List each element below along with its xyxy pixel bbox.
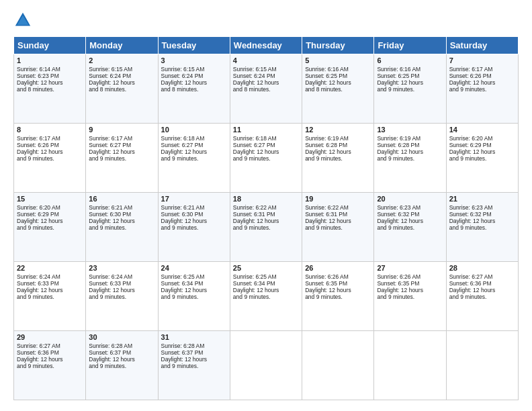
day-number: 30 [89,333,154,341]
calendar-cell: 11Sunrise: 6:18 AMSunset: 6:27 PMDayligh… [230,124,302,193]
calendar-cell: 31Sunrise: 6:28 AMSunset: 6:37 PMDayligh… [158,331,230,400]
day-number: 25 [233,264,299,272]
day-number: 27 [377,264,443,272]
cell-line: and 9 minutes. [377,224,443,231]
cell-line: Daylight: 12 hours [17,148,83,155]
week-row-4: 22Sunrise: 6:24 AMSunset: 6:33 PMDayligh… [14,262,519,331]
cell-line: Sunset: 6:29 PM [449,142,515,148]
cell-line: Sunset: 6:27 PM [161,142,227,148]
cell-line: and 9 minutes. [449,224,515,231]
cell-line: Sunrise: 6:20 AM [449,135,515,142]
calendar-cell: 5Sunrise: 6:16 AMSunset: 6:25 PMDaylight… [302,54,374,124]
cell-line: Sunrise: 6:27 AM [449,273,515,280]
cell-line: Daylight: 12 hours [17,287,83,293]
cell-line: Sunrise: 6:17 AM [17,135,83,142]
calendar-cell: 24Sunrise: 6:25 AMSunset: 6:34 PMDayligh… [158,262,230,331]
cell-line: and 9 minutes. [17,363,83,369]
calendar-cell [374,331,446,400]
day-number: 31 [161,333,227,341]
cell-line: Sunset: 6:28 PM [305,142,371,148]
cell-line: and 9 minutes. [161,155,227,162]
cell-line: and 8 minutes. [17,86,83,93]
cell-line: Daylight: 12 hours [161,79,227,86]
cell-line: Sunrise: 6:22 AM [305,204,371,211]
cell-line: Sunset: 6:24 PM [233,73,299,79]
cell-line: Daylight: 12 hours [377,287,443,293]
day-number: 2 [89,56,154,64]
cell-line: Sunrise: 6:25 AM [233,273,299,280]
cell-line: Sunset: 6:31 PM [305,211,371,218]
cell-line: Sunset: 6:23 PM [17,73,83,79]
cell-line: Daylight: 12 hours [377,148,443,155]
cell-line: Sunset: 6:24 PM [161,73,227,79]
cell-line: Sunrise: 6:16 AM [305,66,371,73]
calendar-cell: 28Sunrise: 6:27 AMSunset: 6:36 PMDayligh… [446,262,518,331]
cell-line: Sunrise: 6:18 AM [161,135,227,142]
day-number: 10 [161,126,227,134]
calendar-cell: 14Sunrise: 6:20 AMSunset: 6:29 PMDayligh… [446,124,518,193]
cell-line: and 9 minutes. [89,293,154,300]
cell-line: and 8 minutes. [89,86,154,93]
calendar-cell: 12Sunrise: 6:19 AMSunset: 6:28 PMDayligh… [302,124,374,193]
calendar-cell: 2Sunrise: 6:15 AMSunset: 6:24 PMDaylight… [86,54,158,124]
cell-line: Sunset: 6:37 PM [161,349,227,356]
cell-line: and 9 minutes. [17,155,83,162]
week-row-1: 1Sunrise: 6:14 AMSunset: 6:23 PMDaylight… [14,54,519,124]
day-number: 14 [449,126,515,134]
header-row: SundayMondayTuesdayWednesdayThursdayFrid… [14,37,519,54]
week-row-5: 29Sunrise: 6:27 AMSunset: 6:36 PMDayligh… [14,331,519,400]
cell-line: Daylight: 12 hours [17,218,83,224]
logo [13,11,35,30]
cell-line: and 9 minutes. [161,363,227,369]
header-cell-saturday: Saturday [446,37,518,54]
cell-line: Sunset: 6:25 PM [305,73,371,79]
calendar-cell: 6Sunrise: 6:16 AMSunset: 6:25 PMDaylight… [374,54,446,124]
cell-line: Sunset: 6:30 PM [161,211,227,218]
cell-line: Sunset: 6:34 PM [233,280,299,287]
cell-line: Daylight: 12 hours [17,79,83,86]
day-number: 28 [449,264,515,272]
day-number: 16 [89,195,154,203]
day-number: 23 [89,264,154,272]
cell-line: and 9 minutes. [233,293,299,300]
cell-line: Daylight: 12 hours [161,218,227,224]
day-number: 18 [233,195,299,203]
cell-line: Sunset: 6:31 PM [233,211,299,218]
week-row-2: 8Sunrise: 6:17 AMSunset: 6:26 PMDaylight… [14,124,519,193]
day-number: 1 [17,56,83,64]
cell-line: and 9 minutes. [305,293,371,300]
cell-line: and 8 minutes. [161,86,227,93]
cell-line: Daylight: 12 hours [161,356,227,363]
cell-line: Daylight: 12 hours [89,356,154,363]
header-cell-sunday: Sunday [14,37,86,54]
day-number: 9 [89,126,154,134]
calendar-cell: 7Sunrise: 6:17 AMSunset: 6:26 PMDaylight… [446,54,518,124]
calendar-cell: 23Sunrise: 6:24 AMSunset: 6:33 PMDayligh… [86,262,158,331]
cell-line: Sunrise: 6:28 AM [161,342,227,349]
cell-line: Sunrise: 6:28 AM [89,342,154,349]
calendar-cell: 26Sunrise: 6:26 AMSunset: 6:35 PMDayligh… [302,262,374,331]
header [13,11,519,30]
cell-line: Sunrise: 6:23 AM [449,204,515,211]
calendar-cell: 19Sunrise: 6:22 AMSunset: 6:31 PMDayligh… [302,193,374,262]
cell-line: Sunset: 6:30 PM [89,211,154,218]
cell-line: and 8 minutes. [305,86,371,93]
cell-line: and 9 minutes. [305,155,371,162]
cell-line: Sunrise: 6:18 AM [233,135,299,142]
cell-line: Sunset: 6:33 PM [17,280,83,287]
cell-line: Sunrise: 6:21 AM [89,204,154,211]
calendar-cell: 13Sunrise: 6:19 AMSunset: 6:28 PMDayligh… [374,124,446,193]
calendar-cell: 1Sunrise: 6:14 AMSunset: 6:23 PMDaylight… [14,54,86,124]
cell-line: Sunset: 6:26 PM [17,142,83,148]
cell-line: and 9 minutes. [17,293,83,300]
cell-line: Sunset: 6:34 PM [161,280,227,287]
cell-line: and 9 minutes. [233,155,299,162]
cell-line: Sunset: 6:27 PM [233,142,299,148]
cell-line: Sunset: 6:28 PM [377,142,443,148]
header-cell-friday: Friday [374,37,446,54]
cell-line: and 9 minutes. [161,224,227,231]
cell-line: Sunrise: 6:19 AM [377,135,443,142]
cell-line: Sunset: 6:35 PM [377,280,443,287]
cell-line: Sunset: 6:32 PM [377,211,443,218]
week-row-3: 15Sunrise: 6:20 AMSunset: 6:29 PMDayligh… [14,193,519,262]
